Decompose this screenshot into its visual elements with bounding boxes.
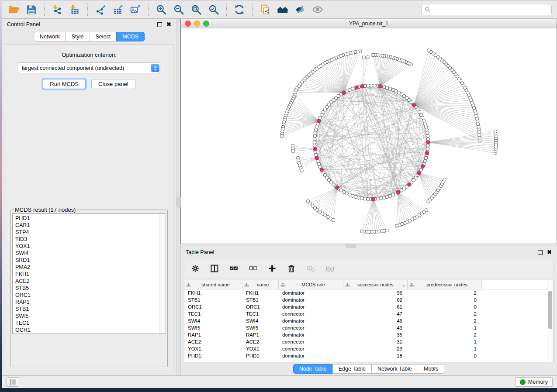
network-canvas[interactable] <box>181 28 557 244</box>
mcds-result-node[interactable]: PMA2 <box>15 264 166 271</box>
horizontal-splitter-handle[interactable] <box>346 244 356 248</box>
gear-button[interactable] <box>189 262 202 275</box>
refresh-button[interactable] <box>232 3 247 17</box>
mcds-result-node[interactable]: TID3 <box>15 236 166 243</box>
select-all-button[interactable] <box>227 262 240 275</box>
cell-predecessor-nodes: 1 <box>408 346 482 351</box>
tab-style[interactable]: Style <box>66 32 90 41</box>
table-row[interactable]: SWI4SWI4dominator462 <box>184 317 553 324</box>
search-box[interactable] <box>421 4 552 15</box>
node-table[interactable]: shared namenameMCDS rolesuccessor nodes⌄… <box>184 280 554 362</box>
cell-MCDS-role: dominator <box>279 318 343 323</box>
column-header-predecessor-nodes[interactable]: predecessor nodes <box>408 280 482 289</box>
mcds-result-node[interactable]: RAP1 <box>15 299 166 306</box>
import-table-button[interactable] <box>67 3 82 17</box>
task-history-button[interactable] <box>6 377 19 387</box>
column-header-shared-name[interactable]: shared name <box>184 280 242 289</box>
mcds-result-node[interactable]: CAR1 <box>15 222 166 229</box>
toolbar-separator <box>87 3 88 16</box>
delete-table-button[interactable] <box>304 262 317 275</box>
tab-node-table[interactable]: Node Table <box>293 364 333 374</box>
close-panel-button[interactable]: Close panel <box>91 79 135 89</box>
add-button[interactable] <box>266 262 279 275</box>
search-input[interactable] <box>433 5 551 14</box>
table-row[interactable]: FKH1FKH1dominator962 <box>184 289 553 296</box>
close-panel-icon[interactable]: ✖ <box>166 22 171 27</box>
column-header-successor-nodes[interactable]: successor nodes⌄ <box>343 280 408 289</box>
cell-shared-name: SWI4 <box>184 318 242 323</box>
zoom-fit-button[interactable] <box>189 3 204 17</box>
mcds-result-node[interactable]: YOX1 <box>15 243 166 250</box>
tab-motifs[interactable]: Motifs <box>418 364 444 374</box>
vertical-splitter[interactable] <box>176 19 180 375</box>
cell-MCDS-role: dominator <box>279 290 343 296</box>
zoom-in-icon <box>156 4 167 15</box>
tab-edge-table[interactable]: Edge Table <box>332 364 372 374</box>
zoom-in-button[interactable] <box>154 3 169 17</box>
table-row[interactable]: RAP1RAP1dominator352 <box>184 331 553 338</box>
cell-name: SWI4 <box>242 318 279 323</box>
table-row[interactable]: STB1STB1dominator620 <box>184 296 553 303</box>
float-panel-icon[interactable] <box>157 22 162 27</box>
table-row[interactable]: ORC1ORC1dominator610 <box>184 303 553 310</box>
mcds-result-node[interactable]: TEC1 <box>15 320 166 327</box>
show-details-eye-button[interactable] <box>310 3 325 17</box>
tab-mcds[interactable]: MCDS <box>116 32 145 41</box>
mcds-result-node[interactable]: ACE2 <box>15 278 166 285</box>
tab-select[interactable]: Select <box>90 32 117 41</box>
documents-share-button[interactable] <box>258 3 273 17</box>
houses-button[interactable] <box>275 3 290 17</box>
network-graph[interactable] <box>181 28 557 244</box>
mcds-list-scrollbar[interactable] <box>159 214 165 333</box>
mcds-result-node[interactable]: FKH1 <box>15 271 166 278</box>
save-button[interactable] <box>24 3 39 17</box>
import-table-icon <box>69 4 80 15</box>
table-scrollbar[interactable] <box>547 280 553 362</box>
mcds-result-node[interactable]: STB5 <box>15 285 166 292</box>
export-image-button[interactable] <box>128 3 143 17</box>
memory-button[interactable]: Memory <box>515 377 553 387</box>
mcds-result-node[interactable]: SRD1 <box>15 257 166 264</box>
zoom-selected-button[interactable] <box>206 3 221 17</box>
tab-network-table[interactable]: Network Table <box>371 364 418 374</box>
open-folder-button[interactable] <box>7 3 21 17</box>
table-row[interactable]: SWI5SWI5connector431 <box>184 324 553 331</box>
columns-button[interactable] <box>208 262 221 275</box>
delete-button[interactable] <box>285 262 298 275</box>
export-table-button[interactable] <box>111 3 125 17</box>
mcds-result-node[interactable]: GCR1 <box>15 327 166 334</box>
mcds-result-node[interactable]: SWI5 <box>15 313 166 320</box>
mcds-result-node[interactable]: ORC1 <box>15 292 166 299</box>
float-table-panel-icon[interactable] <box>538 250 543 255</box>
zoom-out-button[interactable] <box>171 3 186 17</box>
mcds-result-node[interactable]: SWI4 <box>15 250 166 257</box>
table-scrollbar-thumb[interactable] <box>548 291 552 329</box>
mcds-result-node[interactable]: STP4 <box>15 229 166 236</box>
table-row[interactable]: PHD1PHD1dominator180 <box>184 352 553 359</box>
table-row[interactable]: ACE2ACE2connector311 <box>184 338 553 345</box>
mcds-result-list[interactable]: PHD1CAR1STP4TID3YOX1SWI4SRD1PMA2FKH1ACE2… <box>12 213 166 334</box>
cell-MCDS-role: dominator <box>279 297 343 303</box>
column-header-MCDS-role[interactable]: MCDS role <box>279 280 343 289</box>
column-header-name[interactable]: name <box>242 280 279 289</box>
run-mcds-button[interactable]: Run MCDS <box>43 79 86 89</box>
network-window: YPA_prune.txt_1 <box>180 19 557 244</box>
criterion-dropdown[interactable]: largest connected component (undirected)… <box>18 62 160 73</box>
clear-all-button[interactable] <box>246 262 259 275</box>
table-row[interactable]: TEC1TEC1connector472 <box>184 310 553 317</box>
mcds-result-node[interactable]: STB1 <box>15 306 166 313</box>
tab-network[interactable]: Network <box>34 32 66 41</box>
vertical-splitter-handle[interactable] <box>176 197 181 207</box>
add-icon <box>267 264 277 273</box>
cell-MCDS-role: dominator <box>279 304 343 309</box>
mcds-result-node[interactable]: PHD1 <box>15 215 166 222</box>
table-row[interactable]: YOX1YOX1connector291 <box>184 345 553 352</box>
close-table-panel-icon[interactable]: ✖ <box>547 250 552 254</box>
import-network-button[interactable] <box>50 3 65 17</box>
hide-details-eye-button[interactable] <box>293 3 308 17</box>
horizontal-splitter[interactable] <box>180 244 557 247</box>
export-network-button[interactable] <box>93 3 108 17</box>
zoom-out-icon <box>173 4 184 15</box>
function-button[interactable]: f(x) <box>323 262 336 275</box>
cell-successor-nodes: 61 <box>343 304 408 309</box>
